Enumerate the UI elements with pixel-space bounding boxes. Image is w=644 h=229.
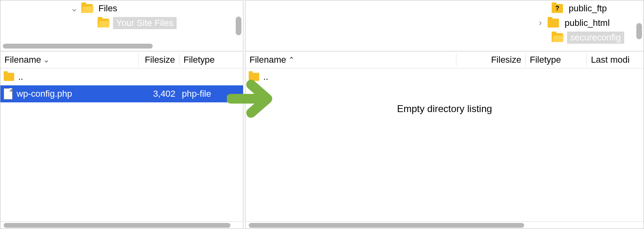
column-header-lastmodified[interactable]: Last modi xyxy=(587,55,644,65)
local-pane: ⌄ Files Your Site Files Filename ⌄ Files… xyxy=(0,0,243,229)
local-tree[interactable]: ⌄ Files Your Site Files xyxy=(0,0,243,51)
column-header-label: Filesize xyxy=(145,55,175,65)
list-item-parent[interactable]: .. xyxy=(0,68,243,85)
column-header-filetype[interactable]: Filetype xyxy=(526,55,586,65)
filename-label: .. xyxy=(18,72,23,82)
tree-item-files[interactable]: ⌄ Files xyxy=(69,1,243,16)
tree-item-secureconfig[interactable]: secureconfig xyxy=(552,30,644,45)
column-header-filetype[interactable]: Filetype xyxy=(179,55,220,65)
tree-item-label: Your Site Files xyxy=(113,17,177,29)
remote-scrollbar-horizontal[interactable] xyxy=(245,221,644,229)
chevron-down-icon[interactable]: ⌄ xyxy=(69,3,79,14)
chevron-right-icon[interactable]: › xyxy=(535,18,545,28)
sort-desc-icon: ⌄ xyxy=(43,55,49,64)
filetype-label: php-file xyxy=(179,89,235,99)
column-header-label: Filename xyxy=(249,55,286,65)
tree-item-public-ftp[interactable]: public_ftp xyxy=(552,1,644,16)
column-header-label: Filetype xyxy=(530,55,561,65)
column-header-filename[interactable]: Filename ⌃ xyxy=(245,55,456,65)
column-header-filename[interactable]: Filename ⌄ xyxy=(0,55,138,65)
folder-icon xyxy=(249,73,259,81)
column-header-label: Last modi xyxy=(591,55,629,65)
remote-tree[interactable]: public_ftp › public_html secureconfig xyxy=(245,0,644,51)
tree-scrollbar-horizontal[interactable] xyxy=(3,44,153,49)
tree-scrollbar-vertical[interactable] xyxy=(636,23,642,39)
column-header-filesize[interactable]: Filesize xyxy=(139,55,179,65)
folder-icon xyxy=(552,33,563,42)
tree-item-your-site-files[interactable]: Your Site Files xyxy=(98,16,243,30)
filesize-label: 3,402 xyxy=(138,89,179,99)
folder-unknown-icon xyxy=(552,4,563,13)
tree-item-label: Files xyxy=(97,2,119,15)
local-file-list[interactable]: .. wp-config.php 3,402 php-file xyxy=(0,68,243,221)
filename-label: wp-config.php xyxy=(17,89,72,99)
folder-icon xyxy=(548,19,559,28)
column-header-label: Filesize xyxy=(491,55,521,65)
local-scrollbar-horizontal[interactable] xyxy=(0,221,243,229)
filename-label: .. xyxy=(263,72,268,82)
tree-item-public-html[interactable]: › public_html xyxy=(535,16,644,30)
sort-asc-icon: ⌃ xyxy=(288,55,294,64)
tree-item-label: secureconfig xyxy=(567,32,624,44)
folder-icon xyxy=(81,4,93,13)
tree-item-label: public_html xyxy=(563,17,611,29)
column-header-filesize[interactable]: Filesize xyxy=(456,55,525,65)
remote-file-list[interactable]: .. Empty directory listing xyxy=(245,68,644,221)
empty-directory-message: Empty directory listing xyxy=(245,103,644,114)
scrollbar-thumb[interactable] xyxy=(249,223,524,228)
folder-icon xyxy=(4,73,14,81)
column-header-label: Filetype xyxy=(183,55,215,65)
remote-pane: public_ftp › public_html secureconfig Fi… xyxy=(245,0,644,229)
local-column-headers: Filename ⌄ Filesize Filetype xyxy=(0,51,243,68)
remote-column-headers: Filename ⌃ Filesize Filetype Last modi xyxy=(245,51,644,68)
column-header-label: Filename xyxy=(4,55,41,65)
tree-item-label: public_ftp xyxy=(567,2,608,15)
tree-scrollbar-vertical[interactable] xyxy=(236,17,241,35)
list-item-parent[interactable]: .. xyxy=(245,68,644,85)
file-icon xyxy=(4,88,13,100)
scrollbar-thumb[interactable] xyxy=(4,223,230,228)
folder-icon xyxy=(98,19,109,28)
list-item-wp-config[interactable]: wp-config.php 3,402 php-file xyxy=(0,85,243,102)
